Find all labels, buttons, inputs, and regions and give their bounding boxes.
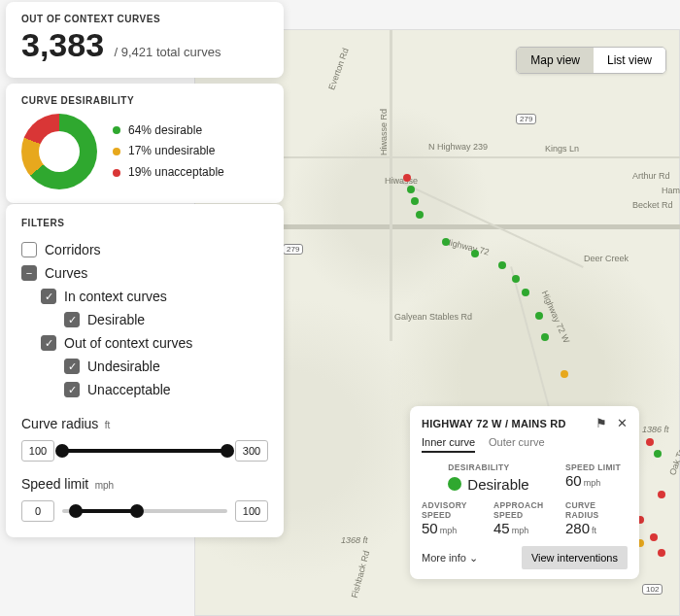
filter-label: Undesirable — [87, 359, 160, 374]
checkbox-checked-icon[interactable]: ✓ — [64, 359, 80, 374]
slider-unit: mph — [95, 480, 114, 491]
metric-value: Desirable — [467, 476, 528, 493]
more-info-link[interactable]: More info ⌄ — [422, 552, 478, 565]
curve-dot[interactable] — [416, 211, 424, 219]
map-label-galyean: Galyean Stables Rd — [394, 312, 472, 322]
map-label-hiwasse-rd: Hiwasse Rd — [379, 109, 389, 155]
filter-undesirable[interactable]: ✓ Undesirable — [21, 355, 268, 378]
out-of-context-count: 3,383 — [21, 26, 104, 64]
metric-label: ADVISORY SPEED — [422, 500, 484, 520]
filter-label: Unacceptable — [87, 382, 171, 397]
legend-dot-icon — [113, 169, 120, 177]
checkbox-checked-icon[interactable]: ✓ — [41, 335, 56, 351]
metric-unit: mph — [440, 526, 458, 535]
route-badge-279: 279 — [283, 244, 303, 255]
curve-dot[interactable] — [650, 533, 658, 541]
curve-desirability-panel: CURVE DESIRABILITY 64% desirable 17% und… — [6, 84, 284, 203]
metric-label: SPEED LIMIT — [565, 462, 628, 472]
filter-label: Out of context curves — [64, 335, 192, 351]
filter-unacceptable[interactable]: ✓ Unacceptable — [21, 378, 268, 401]
metric-unit: mph — [512, 526, 529, 535]
checkbox-checked-icon[interactable]: ✓ — [64, 312, 80, 327]
curve-dot[interactable] — [403, 174, 411, 182]
map-label-hwy72: Highway 72 — [443, 236, 490, 257]
curve-dot[interactable] — [498, 261, 506, 269]
curve-dot[interactable] — [471, 250, 479, 257]
filter-label: Desirable — [87, 312, 145, 327]
info-title: HIGHWAY 72 W / MAINS RD — [422, 418, 566, 429]
filter-desirable[interactable]: ✓ Desirable — [21, 308, 268, 331]
view-interventions-button[interactable]: View interventions — [522, 546, 628, 569]
map-label-becket: Becket Rd — [632, 200, 673, 210]
curve-dot[interactable] — [561, 370, 568, 378]
checkbox-checked-icon[interactable]: ✓ — [64, 382, 80, 397]
curve-info-card: HIGHWAY 72 W / MAINS RD ⚑ ✕ Inner curve … — [410, 406, 639, 579]
map-label-hiwasse: Hiwasse — [385, 176, 418, 186]
slider-track[interactable] — [62, 509, 227, 513]
filter-in-context[interactable]: ✓ In context curves — [21, 285, 268, 308]
tab-inner-curve[interactable]: Inner curve — [422, 436, 475, 453]
status-dot-icon — [448, 477, 461, 491]
slider-max-input[interactable]: 300 — [235, 440, 268, 462]
slider-thumb-max[interactable] — [221, 444, 234, 458]
map-label-oak: Oak Tr — [667, 449, 680, 477]
curve-dot[interactable] — [411, 197, 419, 205]
legend-item-undesirable: 17% undesirable — [113, 141, 224, 162]
filter-label: Curves — [45, 265, 87, 281]
map-label-everton: Everton Rd — [326, 47, 351, 91]
legend-item-desirable: 64% desirable — [113, 120, 224, 142]
close-icon[interactable]: ✕ — [617, 416, 628, 430]
metric-label: APPROACH SPEED — [493, 500, 556, 520]
view-toggle: Map view List view — [516, 47, 666, 74]
curve-dot[interactable] — [654, 450, 662, 458]
filter-out-context[interactable]: ✓ Out of context curves — [21, 331, 268, 355]
metric-value: 60 — [565, 472, 582, 489]
curve-dot[interactable] — [658, 549, 665, 557]
checkbox-indeterminate-icon[interactable]: − — [21, 265, 37, 281]
metric-unit: mph — [584, 478, 601, 488]
map-label-elev: 1386 ft — [642, 425, 669, 434]
slider-title: Curve radius — [21, 416, 98, 431]
curve-dot[interactable] — [407, 186, 415, 193]
tab-map-view[interactable]: Map view — [517, 48, 594, 73]
curve-dot[interactable] — [442, 238, 450, 246]
map-label-arthur: Arthur Rd — [632, 171, 670, 181]
slider-thumb-max[interactable] — [130, 504, 144, 518]
route-badge-279b: 279 — [516, 114, 536, 124]
slider-min-input[interactable]: 100 — [21, 440, 54, 462]
checkbox-checked-icon[interactable]: ✓ — [41, 289, 56, 304]
slider-max-input[interactable]: 100 — [235, 500, 268, 522]
slider-thumb-min[interactable] — [55, 444, 69, 458]
slider-min-input[interactable]: 0 — [21, 500, 54, 522]
slider-track[interactable] — [62, 449, 227, 453]
metric-value: 45 — [493, 520, 510, 536]
tab-outer-curve[interactable]: Outer curve — [489, 436, 544, 453]
flag-icon[interactable]: ⚑ — [595, 416, 607, 430]
metric-label: DESIRABILITY — [448, 462, 528, 472]
metric-label: CURVE RADIUS — [565, 500, 628, 520]
legend-text: 17% undesirable — [128, 141, 215, 162]
curve-dot[interactable] — [522, 289, 529, 296]
metric-unit: ft — [592, 526, 596, 535]
map-label-elev2: 1368 ft — [341, 535, 368, 545]
curve-dot[interactable] — [512, 275, 520, 283]
slider-thumb-min[interactable] — [69, 504, 83, 518]
filter-curves[interactable]: − Curves — [21, 261, 268, 285]
curve-dot[interactable] — [535, 312, 543, 320]
legend-text: 64% desirable — [128, 120, 202, 142]
filter-corridors[interactable]: Corridors — [21, 238, 268, 261]
curve-dot[interactable] — [646, 438, 654, 446]
slider-curve-radius: Curve radius ft 100 300 — [21, 415, 268, 462]
out-of-context-panel: OUT OF CONTEXT CURVES 3,383 / 9,421 tota… — [6, 2, 284, 78]
donut-chart — [21, 114, 97, 189]
curve-dot[interactable] — [541, 333, 549, 341]
donut-legend: 64% desirable 17% undesirable 19% unacce… — [113, 120, 224, 184]
map-label-deer: Deer Creek — [584, 254, 629, 263]
metric-value: 50 — [422, 520, 438, 536]
filter-label: In context curves — [64, 289, 167, 304]
curve-dot[interactable] — [658, 491, 665, 498]
checkbox-icon[interactable] — [21, 242, 37, 257]
filters-panel: FILTERS Corridors − Curves ✓ In context … — [6, 204, 284, 537]
tab-list-view[interactable]: List view — [594, 48, 665, 73]
slider-speed-limit: Speed limit mph 0 100 — [21, 475, 268, 522]
